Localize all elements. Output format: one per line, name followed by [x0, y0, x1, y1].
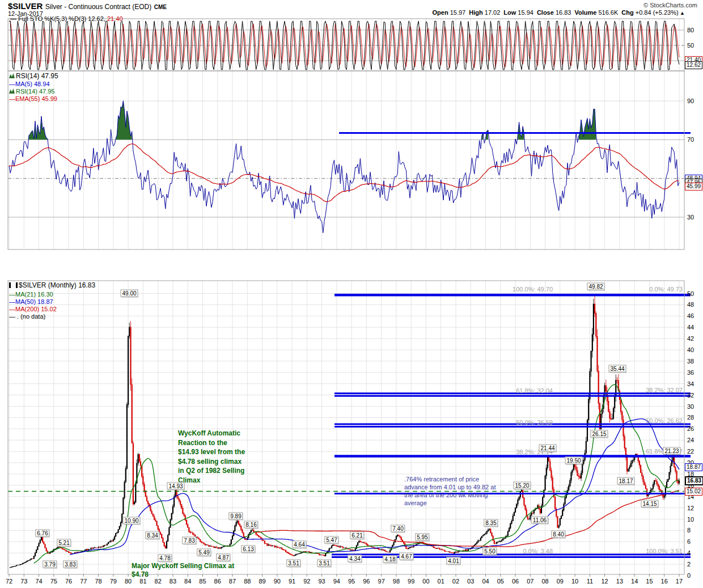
price-axis-label: 12: [687, 505, 694, 511]
main-legend-title: $SILVER (Monthly) 16.83: [9, 282, 95, 289]
x-axis-year-label: 87: [227, 578, 238, 585]
price-label: 7.83: [182, 537, 196, 544]
price-label: 5.49: [197, 549, 211, 556]
price-axis-label: 36: [687, 369, 694, 376]
x-axis-year-label: 06: [510, 578, 521, 585]
x-axis-year-label: 80: [122, 578, 134, 585]
sto-legend-text: Full STO %K(5,3) %D(3) 12.62,: [18, 15, 105, 22]
fib-label-right: 0.0%: 49.73: [649, 286, 683, 293]
change-up-arrow-icon: ▲: [679, 10, 685, 16]
x-axis-year-label: 00: [420, 578, 431, 585]
sto-last-value-tag: 12.62: [685, 61, 702, 69]
price-label: 5.95: [415, 534, 429, 541]
quote-value-volume: 516.6K: [596, 9, 618, 16]
price-last-value-tag: 15.02: [685, 488, 702, 496]
x-axis-year-label: 95: [346, 578, 357, 585]
rsi-legend-item-1: RSI(14) 47.95: [9, 88, 54, 95]
annotation-wyckoff-reaction: WycKoff Automatic Reaction to the $14.93…: [178, 429, 249, 485]
main-legend-item-2: —MA(200) 15.02: [9, 306, 57, 313]
x-axis-year-label: 16: [659, 578, 670, 585]
rsi-legend-item-2: —EMA(55) 45.99: [9, 95, 57, 103]
sto-axis-label: 50: [687, 42, 694, 49]
fib-label-left: 0.0%: 3.48: [523, 548, 553, 555]
area-icon: [9, 73, 15, 78]
rsi-legend-title: RSI(14) 47.95: [9, 73, 58, 80]
rsi-legend-item-0: —MA(5) 48.94: [9, 81, 50, 88]
price-label: 4.18: [383, 556, 397, 563]
price-label: 3.51: [317, 560, 331, 567]
quote-label-close: Close: [537, 9, 554, 16]
price-label: 6.76: [35, 530, 49, 537]
price-label: 21.23: [663, 447, 680, 455]
fib-label-left: 61.8%: 32.04: [516, 387, 553, 394]
x-axis-year-label: 81: [137, 578, 149, 585]
x-axis-year-label: 91: [286, 578, 298, 585]
x-axis-year-label: 74: [33, 578, 45, 585]
price-label: 5.50: [482, 548, 497, 555]
price-axis-label: 28: [687, 414, 694, 421]
x-axis-year-label: 09: [554, 578, 566, 585]
annotation-retracement: .764% retracement of price advance from …: [404, 475, 502, 507]
main-legend-item-1: —MA(50) 18.87: [9, 298, 53, 306]
sto-axis-label: 80: [687, 27, 694, 33]
price-axis-label: 46: [687, 312, 694, 319]
x-axis-year-label: 93: [316, 578, 328, 585]
x-axis-year-label: 12: [599, 578, 611, 585]
price-label: 5.21: [57, 539, 71, 547]
price-label: 8.34: [145, 532, 159, 539]
price-label: 49.82: [587, 283, 604, 290]
price-label: 35.44: [608, 365, 626, 373]
price-axis-label: 2: [687, 561, 691, 568]
chart-title: Silver - Continuous Contract (EOD): [45, 3, 151, 11]
price-label: 4.78: [158, 555, 172, 562]
price-label: 26.15: [590, 430, 608, 438]
price-label: 3.51: [286, 560, 300, 567]
x-axis-year-label: 75: [48, 578, 60, 585]
price-axis-label: 38: [687, 358, 694, 365]
fib-label-left: 100.0%: 49.70: [513, 286, 553, 293]
x-axis-year-label: 82: [153, 578, 164, 585]
quote-label-chg: Chg: [621, 9, 633, 16]
price-axis-label: 32: [687, 392, 694, 399]
x-axis-year-label: 14: [629, 578, 640, 585]
price-axis-label: 40: [687, 346, 694, 353]
x-axis-year-label: 96: [361, 578, 372, 585]
price-axis-label: 34: [687, 380, 694, 387]
price-label: 4.67: [399, 553, 413, 560]
quote-label-open: Open: [433, 9, 448, 16]
x-axis-year-label: 89: [257, 578, 268, 585]
rsi-axis-label: 70: [687, 136, 694, 143]
x-axis-year-label: 86: [212, 578, 223, 585]
quote-label-volume: Volume: [574, 9, 596, 16]
x-axis-year-label: 15: [643, 578, 655, 585]
price-axis-label: 48: [687, 301, 694, 308]
price-label: 15.20: [513, 482, 531, 489]
rsi-axis-label: 90: [687, 98, 694, 104]
x-axis-year-label: 99: [405, 578, 417, 585]
quote-value-high: 17.02: [483, 9, 501, 16]
quote-value-open: 15.97: [448, 9, 466, 16]
x-axis-year-label: 73: [18, 578, 29, 585]
price-label: 8.40: [551, 531, 565, 538]
x-axis-year-label: 05: [495, 578, 506, 585]
x-axis-year-label: 07: [524, 578, 536, 585]
price-axis-label: 0: [687, 572, 691, 579]
price-label: 8.35: [484, 519, 498, 527]
price-label: 6.21: [350, 532, 364, 539]
x-axis-year-label: 98: [391, 578, 402, 585]
price-axis-label: 24: [687, 437, 694, 443]
x-axis-year-label: 76: [63, 578, 74, 585]
x-axis-year-label: 79: [108, 578, 119, 585]
area-icon: [9, 88, 15, 94]
quote-label-high: High: [469, 9, 482, 16]
x-axis-year-label: 97: [376, 578, 387, 585]
price-label: 4.01: [446, 557, 460, 565]
price-label: 5.47: [324, 536, 338, 544]
price-label: 9.89: [228, 513, 243, 520]
x-axis-year-label: 77: [78, 578, 89, 585]
x-axis-year-label: 90: [272, 578, 283, 585]
price-label: 11.06: [531, 517, 548, 524]
sto-legend: — Full STO %K(5,3) %D(3) 12.62, 21.40: [10, 15, 123, 22]
x-axis-year-label: 10: [569, 578, 581, 585]
price-label: 14.15: [641, 500, 658, 507]
